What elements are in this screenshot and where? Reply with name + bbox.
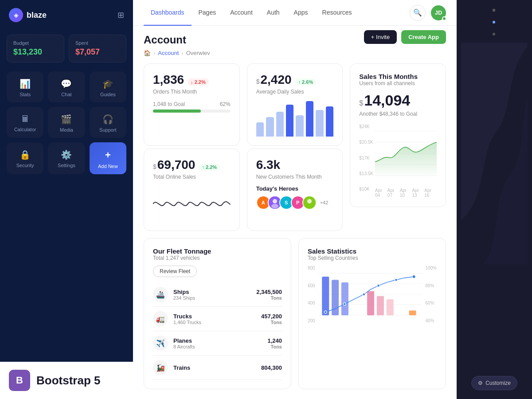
sidebar-item-media[interactable]: 🎬 Media (48, 107, 85, 138)
sidebar-item-calculator[interactable]: 🖩 Calculator (7, 107, 43, 138)
create-app-button[interactable]: Create App (401, 30, 446, 44)
budget-cards: Budget $13,230 Spent $7,057 (0, 30, 133, 69)
sales-y-axis: 800 600 400 200 (308, 266, 315, 323)
fleet-value-ships: 2,345,500 Tons (256, 289, 282, 301)
total-sales-chart (153, 186, 231, 222)
sidebar-item-label: Calculator (14, 127, 36, 132)
fleet-info-planes: Planes 8 Aircrafts (173, 337, 195, 349)
page-header: Account 🏠 › Account › Overwiev + Invite … (133, 26, 457, 63)
daily-prefix: $ (256, 78, 260, 85)
stats-icon: 📊 (20, 78, 31, 89)
y-800: 800 (308, 266, 315, 270)
spacer-col3 (350, 149, 446, 231)
sidebar-item-label: Settings (58, 163, 75, 168)
sales-stats-card: Sales Statistics Top Selling Countries 8… (298, 238, 446, 389)
hero-count: +42 (320, 200, 329, 205)
daily-sales-label: Average Daily Sales (256, 89, 334, 95)
plane-icon: ✈️ (153, 336, 168, 351)
sales-pct-axis: 100% 80% 60% 40% (425, 266, 437, 323)
svg-point-9 (307, 199, 312, 203)
sidebar-item-chat[interactable]: 💬 Chat (48, 71, 85, 102)
calculator-icon: 🖩 (21, 114, 30, 124)
tab-resources[interactable]: Resources (315, 0, 359, 26)
fleet-list: 🚢 Ships 234 Ships 2,345,500 Tons 🚛 (153, 282, 282, 380)
sidebar-item-security[interactable]: 🔒 Security (7, 142, 43, 174)
sales-chart-area (319, 266, 422, 325)
guides-icon: 🎓 (102, 78, 113, 89)
total-sales-badge: ↑ 2.2% (199, 164, 220, 171)
sidebar-item-support[interactable]: 🎧 Support (90, 107, 126, 138)
fleet-title: Our Fleet Tonnage (153, 247, 282, 255)
support-icon: 🎧 (102, 114, 113, 125)
svg-point-7 (271, 204, 278, 208)
pct-40: 40% (425, 318, 437, 323)
sidebar-item-add-new[interactable]: + Add New (90, 142, 126, 174)
bar-3 (276, 112, 284, 137)
total-sales-card: $ 69,700 ↑ 2.2% Total Online Sales (144, 149, 240, 231)
sidebar: ◈ blaze ⊞ Budget $13,230 Spent $7,057 📊 … (0, 0, 133, 399)
sales-month-sub: Users from all channels (359, 80, 437, 86)
sidebar-item-settings[interactable]: ⚙️ Settings (48, 142, 85, 174)
avatar[interactable]: JD (431, 5, 446, 20)
main-content: Dashboards Pages Account Auth Apps Resou… (133, 0, 457, 399)
heroes-avatars: A S P +42 (256, 196, 334, 210)
panel-dot-active (493, 21, 495, 23)
fleet-name: Trucks (173, 313, 201, 320)
fleet-item-trains: 🚂 Trains 804,300 (153, 356, 282, 380)
spent-card: Spent $7,057 (69, 35, 126, 63)
spent-value: $7,057 (75, 47, 120, 57)
orders-label: Orders This Month (153, 89, 231, 95)
dashboard-content: 1,836 ↓ 2.2% Orders This Month 1,048 to … (133, 63, 457, 399)
fleet-item-trucks: 🚛 Trucks 1,460 Trucks 457,200 Tons (153, 307, 282, 331)
fleet-item-planes: ✈️ Planes 8 Aircrafts 1,240 Tons (153, 331, 282, 356)
sales-prefix: $ (359, 99, 363, 107)
customers-card: 6.3k New Customers This Month Today's He… (247, 149, 343, 231)
y-200: 200 (308, 318, 315, 323)
fleet-sub-label: 1,460 Trucks (173, 320, 201, 325)
fleet-sub-label: 234 Ships (173, 295, 195, 301)
media-icon: 🎬 (61, 114, 72, 125)
train-icon: 🚂 (153, 360, 168, 375)
main-panel: Dashboards Pages Account Auth Apps Resou… (133, 0, 457, 399)
fleet-item-ships: 🚢 Ships 234 Ships 2,345,500 Tons (153, 282, 282, 307)
review-fleet-button[interactable]: Review Fleet (153, 266, 197, 277)
page-actions: + Invite Create App (364, 30, 446, 44)
heroes-section: Today's Heroes A S P (256, 185, 334, 210)
budget-label: Budget (13, 40, 58, 46)
fleet-info-ships: Ships 234 Ships (173, 289, 195, 301)
sidebar-menu-button[interactable]: ⊞ (117, 10, 124, 20)
tab-account[interactable]: Account (223, 0, 260, 26)
svg-rect-15 (322, 277, 329, 315)
customize-button[interactable]: ⚙ Customize (471, 376, 517, 390)
tab-auth[interactable]: Auth (260, 0, 287, 26)
sidebar-item-guides[interactable]: 🎓 Guides (90, 71, 126, 102)
breadcrumb-account[interactable]: Account (158, 50, 179, 56)
right-panel-svg (461, 43, 528, 309)
customers-label: New Customers This Month (256, 174, 334, 180)
tab-apps[interactable]: Apps (287, 0, 315, 26)
sidebar-item-stats[interactable]: 📊 Stats (7, 71, 43, 102)
svg-rect-16 (332, 280, 339, 315)
sidebar-item-label: Support (99, 127, 117, 133)
tab-dashboards[interactable]: Dashboards (144, 0, 192, 26)
sliders-icon: ⚙ (478, 380, 483, 386)
progress-bar-fill (153, 110, 201, 113)
svg-point-24 (363, 293, 365, 296)
fleet-value-planes: 1,240 Tons (267, 337, 282, 349)
svg-rect-17 (341, 282, 348, 315)
sales-month-title: Sales This Months (359, 73, 437, 80)
top-nav-right: 🔍 JD (410, 5, 446, 21)
search-button[interactable]: 🔍 (410, 5, 426, 21)
svg-point-27 (412, 275, 415, 278)
tab-pages[interactable]: Pages (192, 0, 223, 26)
svg-rect-20 (386, 299, 393, 315)
sidebar-item-label: Media (60, 127, 73, 133)
bar-6 (306, 101, 313, 137)
progress-bar-bg (153, 110, 231, 113)
fleet-name: Planes (173, 337, 195, 344)
right-panel-chart (461, 43, 528, 376)
invite-button[interactable]: + Invite (364, 30, 397, 44)
total-sales-label: Total Online Sales (153, 174, 231, 180)
sidebar-item-label: Add New (98, 164, 118, 169)
line-chart-svg (153, 186, 231, 222)
